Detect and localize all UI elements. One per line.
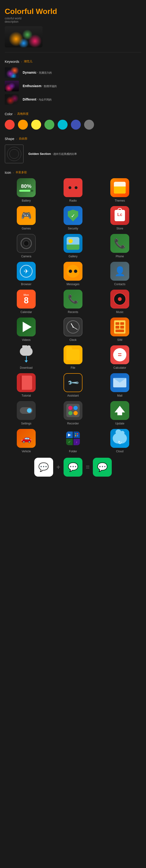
icon-label: Icon xyxy=(5,171,11,175)
radio-eye-left xyxy=(68,186,71,189)
settings-icon xyxy=(17,401,36,420)
icon-cell-folder: ▶ ✔ ♪ Folder xyxy=(52,429,94,453)
folder-shape xyxy=(66,349,80,360)
divider-1 xyxy=(5,52,141,53)
tutorial-label: Tutorial xyxy=(22,394,31,397)
security-icon: ✓ xyxy=(63,206,83,225)
calendar-day-num: 8 xyxy=(24,296,29,305)
icon-cell-assistant: 🔧 Assistant xyxy=(52,373,94,397)
phone-label: Phone xyxy=(116,255,124,258)
wechat-result-icon: 💬 xyxy=(93,458,112,476)
recents-icon: 📞 xyxy=(63,290,83,309)
toggle-wrap xyxy=(20,407,33,414)
music-label: Music xyxy=(116,310,123,314)
icon-cell-store: Store xyxy=(98,206,141,230)
shape-inner xyxy=(7,147,21,161)
phone-icon: 📞 xyxy=(110,234,129,253)
update-arrow-wrap xyxy=(115,406,125,415)
wechat-color-symbol: 💬 xyxy=(68,462,79,472)
wechat-color-icon: 💬 xyxy=(63,458,83,476)
clock-center xyxy=(72,327,74,328)
update-label: Update xyxy=(115,422,124,425)
color-label: Color xyxy=(5,112,12,116)
browser-label: Browser xyxy=(21,283,31,286)
recorder-face xyxy=(66,404,80,417)
icon-cell-file: File xyxy=(52,345,94,369)
browser-plane: ✈ xyxy=(24,268,29,275)
music-inner xyxy=(118,297,122,301)
wechat-plus: + xyxy=(56,463,60,471)
color-dot-gray xyxy=(84,120,94,130)
battery-percent: 80% xyxy=(21,184,31,189)
icon-cell-calendar: Mon 8 Calendar xyxy=(5,290,48,314)
title-section: Colorful World colorful world descriptio… xyxy=(5,7,141,48)
page-title: Colorful World xyxy=(5,7,141,16)
recents-symbol: 📞 xyxy=(68,294,79,304)
color-cn: 高饱和度 xyxy=(17,112,29,116)
download-arrow xyxy=(25,361,28,363)
kw-title-different: Different·与众不同的 xyxy=(23,97,52,101)
color-dots-container xyxy=(5,120,141,130)
themes-inner xyxy=(114,182,126,193)
rec-cell-4 xyxy=(74,411,78,415)
msg-face xyxy=(67,265,79,278)
icon-cell-battery: 80% Battery xyxy=(5,178,48,202)
themes-bottom xyxy=(114,186,126,193)
update-bar xyxy=(117,412,122,415)
keyword-thumb-different xyxy=(5,94,19,105)
cloud-shape xyxy=(20,347,33,356)
games-icon: 🎮 xyxy=(17,206,36,225)
icon-cell-download: Download xyxy=(5,345,48,369)
book-shape xyxy=(20,376,32,390)
toggle-thumb xyxy=(27,408,32,413)
kw-title-dynamic: Dynamic·充满活力的 xyxy=(23,70,52,74)
icon-dot: · xyxy=(13,171,14,175)
shield-shape: ✓ xyxy=(68,210,78,221)
icon-cell-videos: Videos xyxy=(5,317,48,342)
keywords-dot: · xyxy=(21,60,22,63)
icon-cell-phone: 📞 Phone xyxy=(98,234,141,258)
cloud-label: Cloud xyxy=(116,450,123,453)
calendar-icon: Mon 8 xyxy=(17,290,36,309)
download-icon xyxy=(17,345,36,364)
mini-grid: ▶ ✔ ♪ xyxy=(66,432,80,445)
icon-cell-vehicle: 🚗 Vehicle xyxy=(5,429,48,453)
camera-icon xyxy=(17,234,36,253)
clock-icon xyxy=(63,317,83,336)
vehicle-label: Vehicle xyxy=(22,450,31,453)
recorder-icon xyxy=(63,401,83,420)
folder-icon: ▶ ✔ ♪ xyxy=(63,429,83,448)
icon-cell-sim: SIM xyxy=(98,317,141,342)
page-subtitle: colorful world description xyxy=(5,17,141,23)
icon-cell-clock: Clock xyxy=(52,317,94,342)
keywords-label: Keywords xyxy=(5,60,19,63)
play-triangle xyxy=(23,322,32,332)
videos-label: Videos xyxy=(22,338,30,342)
mail-envelope xyxy=(113,378,126,388)
page-container: Colorful World colorful world descriptio… xyxy=(0,0,146,484)
wechat-result-symbol: 💬 xyxy=(97,462,108,472)
update-arrow xyxy=(115,406,125,412)
file-icon xyxy=(63,345,83,364)
radio-eye-right xyxy=(75,186,78,189)
wechat-equals: = xyxy=(86,463,90,471)
messages-icon xyxy=(63,262,83,281)
phone-symbol: 📞 xyxy=(114,238,126,249)
cloud-refresh-icon: ↻ xyxy=(118,440,122,445)
keyword-item-enthusiasm: Enthusiasm·热情洋溢的 xyxy=(5,81,141,91)
gamepad-symbol: 🎮 xyxy=(21,211,32,220)
store-handle xyxy=(117,208,122,211)
mail-icon xyxy=(110,373,129,392)
calendar-label: Calendar xyxy=(21,310,32,314)
vehicle-icon: 🚗 xyxy=(17,429,36,448)
keyword-thumb-dynamic xyxy=(5,67,19,78)
shape-label: Shape xyxy=(5,137,14,141)
color-dot-orange xyxy=(18,120,28,130)
title-text-normal: Colorful xyxy=(5,7,36,16)
gallery-img xyxy=(67,237,79,250)
themes-label: Themes xyxy=(115,199,125,202)
clock-hand-minute xyxy=(73,327,78,330)
contacts-label: Contacts xyxy=(114,283,125,286)
wechat-plain-symbol: 💬 xyxy=(38,462,49,472)
sim-card xyxy=(114,320,125,334)
